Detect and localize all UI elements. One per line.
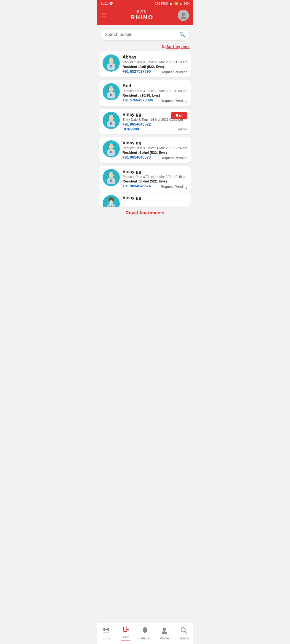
svg-point-24 <box>109 115 114 120</box>
search-input[interactable] <box>105 32 179 37</box>
svg-rect-36 <box>110 151 111 153</box>
logo-red: RED <box>137 10 147 14</box>
card-list: Abbas Request Date & Time: 20 Mar 2021 1… <box>97 51 193 192</box>
signal-icon: ▲ <box>179 2 182 5</box>
card-status: Request Pending <box>161 185 187 189</box>
svg-rect-27 <box>110 122 111 125</box>
svg-point-0 <box>182 13 185 16</box>
search-container: 🔍 <box>97 25 193 42</box>
sort-button[interactable]: Sort by time <box>166 44 190 49</box>
card-status: Request Pending <box>161 70 187 74</box>
partial-card-info: Vinay gg <box>122 195 187 201</box>
card-datetime: Request Date & Time: 14 Mar 2021 12:56 p… <box>122 146 187 150</box>
card-phone: +91 9654646572 <box>122 122 187 126</box>
svg-rect-35 <box>109 149 113 151</box>
card-status: Visitor <box>178 127 187 131</box>
logo-rhino: RHINO <box>130 14 154 21</box>
svg-point-6 <box>109 58 114 63</box>
sort-row: ⇅ Sort by time <box>97 42 193 51</box>
status-bar: 11:15 🅐 0.62 KB/S ⏰ 📶 ▲ 26% <box>97 0 193 7</box>
search-icon: 🔍 <box>179 32 185 38</box>
partial-card-name: Vinay gg <box>122 195 187 200</box>
card-name: Vinay gg <box>122 140 187 146</box>
hamburger-menu[interactable]: ☰ <box>101 12 106 19</box>
partial-avatar <box>103 195 120 207</box>
svg-point-54 <box>112 199 114 202</box>
alarm-icon: ⏰ <box>169 2 173 5</box>
time-display: 11:15 <box>100 2 108 5</box>
card-name: Abbas <box>122 54 187 60</box>
app-header: ☰ RED RHINO <box>97 7 193 25</box>
wifi-icon: 📶 <box>174 2 178 5</box>
person-card: Vinay gg Request Date & Time: 14 Mar 202… <box>99 166 191 192</box>
svg-rect-26 <box>109 120 113 122</box>
svg-point-33 <box>109 144 114 149</box>
person-card: Anil Request Date & Time: 19 Mar 2021 08… <box>99 80 191 106</box>
svg-rect-46 <box>111 179 111 182</box>
card-status: Request Pending <box>161 156 187 160</box>
society-name: Royal Apartments <box>97 207 193 218</box>
svg-rect-51 <box>111 205 112 207</box>
person-avatar <box>103 169 120 186</box>
exit-button[interactable]: Exit <box>171 112 187 119</box>
svg-rect-8 <box>109 63 113 65</box>
person-avatar <box>103 140 120 158</box>
search-box: 🔍 <box>100 29 190 40</box>
svg-rect-28 <box>111 122 111 125</box>
svg-point-42 <box>109 173 114 178</box>
svg-rect-45 <box>110 179 111 182</box>
svg-rect-17 <box>109 92 113 93</box>
svg-rect-19 <box>111 93 111 96</box>
card-resident: Resident :Sohel (522, Ews) <box>122 151 187 155</box>
app-logo: RED RHINO <box>130 10 154 21</box>
svg-rect-18 <box>110 93 111 96</box>
data-speed: 0.62 KB/S <box>155 2 168 5</box>
svg-rect-50 <box>110 205 110 207</box>
user-avatar[interactable] <box>178 10 189 21</box>
card-status: Request Pending <box>161 99 187 103</box>
person-avatar <box>103 54 120 72</box>
card-name: Anil <box>122 83 187 89</box>
svg-rect-44 <box>109 177 113 179</box>
battery-display: 26% <box>184 2 190 5</box>
card-name: Vinay gg <box>122 169 187 174</box>
app-icon: 🅐 <box>110 2 113 5</box>
card-datetime: Request Date & Time: 14 Mar 2021 12:48 p… <box>122 175 187 179</box>
svg-point-1 <box>180 16 186 19</box>
person-card: Vinay gg Entry Date & Time: 14 Mar 2021 … <box>99 109 191 134</box>
svg-rect-10 <box>111 65 111 67</box>
svg-rect-49 <box>109 203 113 205</box>
card-resident: Resident :Sohel (522, Ews) <box>122 179 187 183</box>
person-card: Vinay gg Request Date & Time: 14 Mar 202… <box>99 137 191 163</box>
sort-icon: ⇅ <box>161 44 165 49</box>
person-avatar <box>103 112 120 129</box>
svg-point-15 <box>109 87 114 92</box>
person-card: Abbas Request Date & Time: 20 Mar 2021 1… <box>99 51 191 77</box>
card-resident: Resident :Anil (522, Ews) <box>122 65 187 69</box>
svg-point-53 <box>108 199 110 202</box>
person-avatar <box>103 83 120 100</box>
partial-card: Vinay gg <box>99 192 191 207</box>
svg-rect-9 <box>110 65 111 67</box>
card-datetime: Request Date & Time: 20 Mar 2021 11:13 a… <box>122 60 187 64</box>
card-resident: Resident : (10/36, Lws) <box>122 93 187 97</box>
card-datetime: Request Date & Time: 19 Mar 2021 08:54 p… <box>122 89 187 93</box>
svg-rect-37 <box>111 151 111 153</box>
